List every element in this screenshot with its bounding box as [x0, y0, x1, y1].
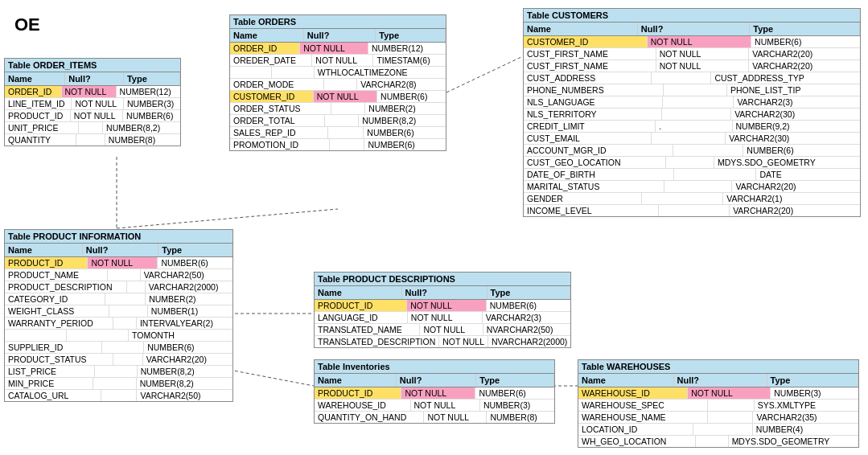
table-row: WAREHOUSE_NAME VARCHAR2(35)	[578, 412, 858, 424]
svg-line-4	[229, 370, 314, 386]
table-row: DATE_OF_BIRTH DATE	[524, 169, 860, 181]
table-product-info-title: Table PRODUCT INFORMATION	[5, 230, 232, 244]
table-row: NLS_TERRITORY VARCHAR2(30)	[524, 109, 860, 121]
table-row: MIN_PRICE NUMBER(8,2)	[5, 378, 232, 390]
table-customers: Table CUSTOMERS Name Null? Type CUSTOMER…	[523, 8, 861, 217]
svg-line-1	[446, 56, 523, 92]
table-row: PRODUCT_ID NOT NULL NUMBER(6)	[315, 300, 570, 312]
table-row: WAREHOUSE_ID NOT NULL NUMBER(3)	[315, 400, 554, 412]
table-row: MARITAL_STATUS VARCHAR2(20)	[524, 181, 860, 193]
table-customers-header: Name Null? Type	[524, 23, 860, 36]
table-row: PROMOTION_ID NUMBER(6)	[230, 139, 446, 150]
table-row: INCOME_LEVEL VARCHAR2(20)	[524, 205, 860, 216]
table-row: PRODUCT_STATUS VARCHAR2(20)	[5, 354, 232, 366]
table-row: CATALOG_URL VARCHAR2(50)	[5, 390, 232, 401]
table-warehouses-header: Name Null? Type	[578, 374, 858, 387]
table-warehouses: Table WAREHOUSES Name Null? Type WAREHOU…	[578, 359, 859, 448]
table-row: LIST_PRICE NUMBER(8,2)	[5, 366, 232, 378]
table-row: CUST_FIRST_NAME NOT NULL VARCHAR2(20)	[524, 60, 860, 72]
svg-line-2	[117, 209, 338, 228]
table-row: UNIT_PRICE NUMBER(8,2)	[5, 122, 180, 134]
table-row: CUSTOMER_ID NOT NULL NUMBER(6)	[230, 91, 446, 103]
table-warehouses-title: Table WAREHOUSES	[578, 360, 858, 374]
table-inventories-title: Table Inventories	[315, 360, 554, 374]
table-row: LOCATION_ID NUMBER(4)	[578, 424, 858, 436]
table-row: NLS_LANGUAGE VARCHAR2(3)	[524, 96, 860, 109]
table-row: CUST_GEO_LOCATION MDYS.SDO_GEOMETRY	[524, 157, 860, 169]
table-row: CUST_FIRST_NAME NOT NULL VARCHAR2(20)	[524, 48, 860, 60]
table-row: WAREHOUSE_SPEC SYS.XMLTYPE	[578, 400, 858, 412]
table-row: ORDER_ID NOT NULL NUMBER(12)	[5, 86, 180, 98]
table-order-items-title: Table ORDER_ITEMS	[5, 59, 180, 72]
table-customers-title: Table CUSTOMERS	[524, 9, 860, 23]
table-order-items: Table ORDER_ITEMS Name Null? Type ORDER_…	[4, 58, 181, 146]
table-row: PHONE_NUMBERS PHONE_LIST_TIP	[524, 84, 860, 96]
table-row: CUST_ADDRESS CUST_ADDRESS_TYP	[524, 72, 860, 84]
table-row: PRODUCT_ID NOT NULL NUMBER(6)	[5, 110, 180, 122]
table-row: TRANSLATED_DESCRIPTION NOT NULL NVARCHAR…	[315, 336, 570, 347]
table-row: LINE_ITEM_ID NOT NULL NUMBER(3)	[5, 98, 180, 110]
table-row: QUANTITY NUMBER(8)	[5, 134, 180, 146]
table-row: ORDER_ID NOT NULL NUMBER(12)	[230, 43, 446, 55]
table-row: WEIGHT_CLASS NUMBER(1)	[5, 305, 232, 318]
table-product-desc: Table PRODUCT DESCRIPTIONS Name Null? Ty…	[314, 272, 571, 348]
table-inventories-header: Name Null? Type	[315, 374, 554, 387]
table-orders-title: Table ORDERS	[230, 15, 446, 29]
table-row: CUST_EMAIL VARCHAR2(30)	[524, 133, 860, 145]
table-row: WAREHOUSE_ID NOT NULL NUMBER(3)	[578, 387, 858, 400]
schema-label: OE	[14, 14, 40, 35]
table-row: TOMONTH	[5, 330, 232, 342]
table-row: CATEGORY_ID NUMBER(2)	[5, 293, 232, 305]
table-product-desc-header: Name Null? Type	[315, 286, 570, 300]
table-row: ORDER_STATUS NUMBER(2)	[230, 103, 446, 115]
table-inventories: Table Inventories Name Null? Type PRODUC…	[314, 359, 555, 424]
table-row: PRODUCT_ID NOT NULL NUMBER(6)	[5, 257, 232, 269]
table-row: OREDER_DATE NOT NULL TIMESTAM(6)	[230, 55, 446, 67]
table-row: ORDER_TOTAL NUMBER(8,2)	[230, 115, 446, 127]
table-row: GENDER VARCHAR2(1)	[524, 193, 860, 205]
table-row: PRODUCT_DESCRIPTION VARCHAR2(2000)	[5, 281, 232, 293]
table-row: TRANSLATED_NAME NOT NULL NVARCHAR2(50)	[315, 324, 570, 336]
table-row: PRODUCT_NAME VARCHAR2(50)	[5, 269, 232, 281]
table-order-items-header: Name Null? Type	[5, 72, 180, 86]
table-row: SUPPLIER_ID NUMBER(6)	[5, 342, 232, 354]
table-row: ACCOUNT_MGR_ID NUMBER(6)	[524, 145, 860, 157]
table-orders: Table ORDERS Name Null? Type ORDER_ID NO…	[229, 14, 446, 151]
table-row: WH_GEO_LOCATION MDYS.SDO_GEOMETRY	[578, 436, 858, 447]
table-row: ORDER_MODE VARCHAR2(8)	[230, 79, 446, 91]
table-orders-header: Name Null? Type	[230, 29, 446, 43]
table-row: CREDIT_LIMIT . NUMBER(9,2)	[524, 121, 860, 133]
table-product-info: Table PRODUCT INFORMATION Name Null? Typ…	[4, 229, 233, 402]
table-row: WTHLOCALTIMEZONE	[230, 67, 446, 79]
table-row: SALES_REP_ID NUMBER(6)	[230, 127, 446, 139]
table-row: PRODUCT_ID NOT NULL NUMBER(6)	[315, 387, 554, 400]
table-row: CUSTOMER_ID NOT NULL NUMBER(6)	[524, 36, 860, 48]
table-product-desc-title: Table PRODUCT DESCRIPTIONS	[315, 273, 570, 286]
canvas: OE Table ORDER_ITEMS Name Null? Type ORD…	[0, 0, 868, 455]
table-row: QUANTITY_ON_HAND NOT NULL NUMBER(8)	[315, 412, 554, 423]
table-row: WARRANTY_PERIOD INTERVALYEAR(2)	[5, 318, 232, 330]
table-product-info-header: Name Null? Type	[5, 244, 232, 257]
table-row: LANGUAGE_ID NOT NULL VARCHAR2(3)	[315, 312, 570, 324]
